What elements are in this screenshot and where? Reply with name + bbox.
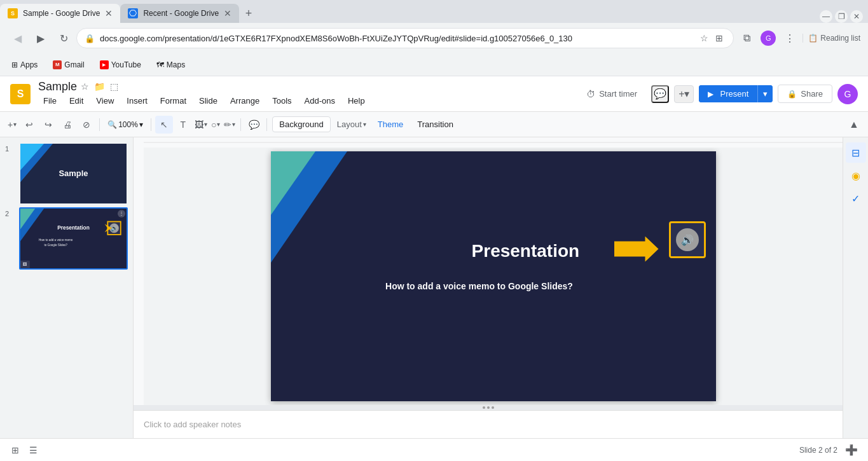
slide-canvas[interactable]: Presentation How to add a voice memo to … <box>271 151 716 401</box>
audio-speaker-icon: 🔊 <box>681 234 694 246</box>
shapes-tool[interactable]: ○▾ <box>210 116 221 134</box>
canvas-row: Presentation How to add a voice memo to … <box>134 148 843 405</box>
back-button[interactable]: ◀ <box>8 28 28 48</box>
svg-text:to Google Slides?: to Google Slides? <box>44 244 67 247</box>
svg-text:🔊: 🔊 <box>111 224 118 232</box>
background-button[interactable]: Background <box>272 116 330 132</box>
bottom-bar: ⊞ ☰ Slide 2 of 2 ➕ <box>0 438 868 461</box>
insert-button[interactable]: +▾ <box>674 85 694 103</box>
share-button[interactable]: 🔒 Share <box>778 85 832 103</box>
layout-button[interactable]: Layout▾ <box>333 116 370 134</box>
user-avatar[interactable]: G <box>837 84 858 104</box>
present-button-group: ▶ Present ▾ <box>699 85 773 102</box>
menu-format[interactable]: Format <box>155 93 191 108</box>
present-main-button[interactable]: ▶ Present <box>699 85 757 102</box>
redo-button[interactable]: ↪ <box>39 116 57 134</box>
slide-preview-1[interactable]: Sample <box>19 142 128 205</box>
menu-arrange[interactable]: Arrange <box>225 93 265 108</box>
menu-tools[interactable]: Tools <box>267 93 296 108</box>
menu-insert[interactable]: Insert <box>121 93 153 108</box>
window-minimize[interactable]: — <box>820 10 832 23</box>
divider-4 <box>266 118 267 131</box>
tab-favicon-sample: S <box>8 8 18 18</box>
menu-help[interactable]: Help <box>343 93 370 108</box>
print-button[interactable]: 🖨 <box>59 116 76 134</box>
bookmark-apps[interactable]: ⊞ Apps <box>8 58 41 72</box>
bookmarks-bar: ⊞ Apps M Gmail ▶ YouTube 🗺 Maps <box>0 53 868 76</box>
extensions-button[interactable]: ⧉ <box>736 28 757 48</box>
bookmark-maps[interactable]: 🗺 Maps <box>153 58 189 72</box>
bookmark-apps-label: Apps <box>20 60 38 69</box>
speaker-notes[interactable]: Click to add speaker notes <box>134 410 843 438</box>
window-close[interactable]: ✕ <box>850 10 863 23</box>
explore-button[interactable]: ⊟ <box>846 142 866 163</box>
favorite-icon[interactable]: ☆ <box>79 80 90 93</box>
profile-button[interactable]: G <box>758 28 778 48</box>
notes-panel-button[interactable]: ◉ <box>846 165 866 186</box>
tab-close-sample[interactable]: ✕ <box>105 8 113 18</box>
expand-icon[interactable]: ⬚ <box>109 80 120 93</box>
paint-format-button[interactable]: ⊘ <box>78 116 95 134</box>
menu-bar: File Edit View Insert Format Slide Arran… <box>38 93 370 108</box>
star-icon[interactable]: ☆ <box>698 32 710 45</box>
comments-button[interactable]: 💬 <box>651 85 669 103</box>
transition-button[interactable]: Transition <box>411 117 460 132</box>
new-tab-button[interactable]: + <box>239 4 258 23</box>
grid-view-button[interactable]: ⊞ <box>8 443 23 458</box>
slide-preview-inner-2: Presentation How to add a voice memo to … <box>20 209 127 268</box>
tab-recent[interactable]: Recent - Google Drive ✕ <box>120 4 239 23</box>
nav-right-icons: ⧉ G ⋮ <box>736 28 800 48</box>
bookmark-maps-label: Maps <box>167 60 185 69</box>
more-button[interactable]: ⋮ <box>780 28 800 48</box>
undo-button[interactable]: ↩ <box>20 116 38 134</box>
text-tool[interactable]: T <box>174 116 192 134</box>
menu-view[interactable]: View <box>91 93 119 108</box>
slide-preview-2[interactable]: Presentation How to add a voice memo to … <box>19 207 128 270</box>
extension-icon[interactable]: ⊞ <box>713 32 726 45</box>
comment-tool[interactable]: 💬 <box>245 116 263 134</box>
slide-background-shapes <box>271 151 716 401</box>
ruler-horizontal <box>144 137 843 148</box>
slide-thumb-2[interactable]: 2 Presentation How to add a voice memo t… <box>5 207 128 270</box>
view-toggle: ⊞ ☰ <box>8 443 41 458</box>
folder-icon[interactable]: 📁 <box>93 80 106 93</box>
zoom-control[interactable]: 🔍 100% ▾ <box>104 120 147 129</box>
tab-sample[interactable]: S Sample - Google Drive ✕ <box>0 4 120 23</box>
bookmark-youtube[interactable]: ▶ YouTube <box>96 58 145 72</box>
list-view-button[interactable]: ☰ <box>25 443 41 458</box>
bookmark-gmail[interactable]: M Gmail <box>49 58 88 72</box>
pen-tool[interactable]: ✏▾ <box>223 116 237 134</box>
menu-addons[interactable]: Add-ons <box>300 93 340 108</box>
image-tool[interactable]: 🖼▾ <box>193 116 209 134</box>
ruler-vertical <box>134 148 144 405</box>
select-tool[interactable]: ↖ <box>155 116 173 134</box>
tab-favicon-recent <box>128 8 138 18</box>
reading-list-button[interactable]: 📋Reading list <box>803 34 860 43</box>
reload-button[interactable]: ↻ <box>53 28 74 48</box>
notes-resize-handle[interactable] <box>134 405 843 410</box>
forward-button[interactable]: ▶ <box>31 28 51 48</box>
audio-icon-box[interactable]: 🔊 <box>669 221 706 258</box>
menu-file[interactable]: File <box>38 93 62 108</box>
collapse-toolbar-button[interactable]: ▲ <box>845 116 863 134</box>
zoom-out-button[interactable]: ➕ <box>843 441 860 459</box>
slide-canvas-area[interactable]: Presentation How to add a voice memo to … <box>144 148 843 405</box>
address-bar[interactable]: 🔒 docs.google.com/presentation/d/1eGTXE6… <box>76 28 734 48</box>
nav-bar: ◀ ▶ ↻ 🔒 docs.google.com/presentation/d/1… <box>0 23 868 53</box>
svg-rect-19 <box>271 151 716 401</box>
menu-edit[interactable]: Edit <box>64 93 88 108</box>
divider-1 <box>99 118 100 131</box>
tasks-button[interactable]: ✓ <box>846 188 866 209</box>
theme-button[interactable]: Theme <box>371 117 410 132</box>
ruler-corner <box>134 137 144 148</box>
speaker-notes-placeholder[interactable]: Click to add speaker notes <box>144 420 241 429</box>
slide-thumb-1[interactable]: 1 Sample <box>5 142 128 205</box>
add-slide-button[interactable]: +▾ <box>5 116 19 134</box>
slide2-options[interactable]: ⋮ <box>118 210 125 217</box>
menu-slide[interactable]: Slide <box>194 93 223 108</box>
browser-chrome: S Sample - Google Drive ✕ Recent - Googl… <box>0 0 868 76</box>
window-maximize[interactable]: ❐ <box>835 10 848 23</box>
tab-close-recent[interactable]: ✕ <box>224 8 231 18</box>
present-dropdown-button[interactable]: ▾ <box>757 85 773 102</box>
start-timer-button[interactable]: ⏱ Start timer <box>577 85 646 103</box>
